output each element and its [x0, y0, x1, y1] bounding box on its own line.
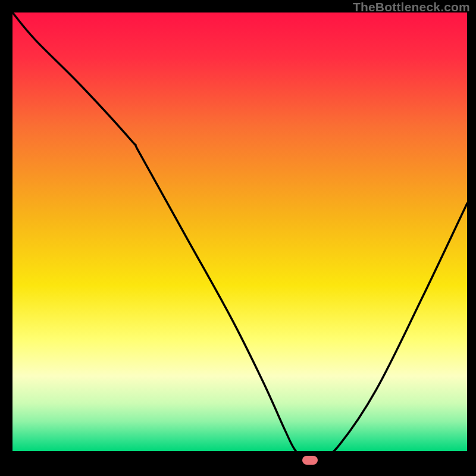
attribution-label: TheBottleneck.com: [353, 0, 470, 14]
chart-viewport: TheBottleneck.com: [0, 0, 476, 476]
plot-area: [12, 12, 467, 467]
bottleneck-curve: [12, 12, 467, 467]
optimal-marker: [302, 456, 318, 465]
